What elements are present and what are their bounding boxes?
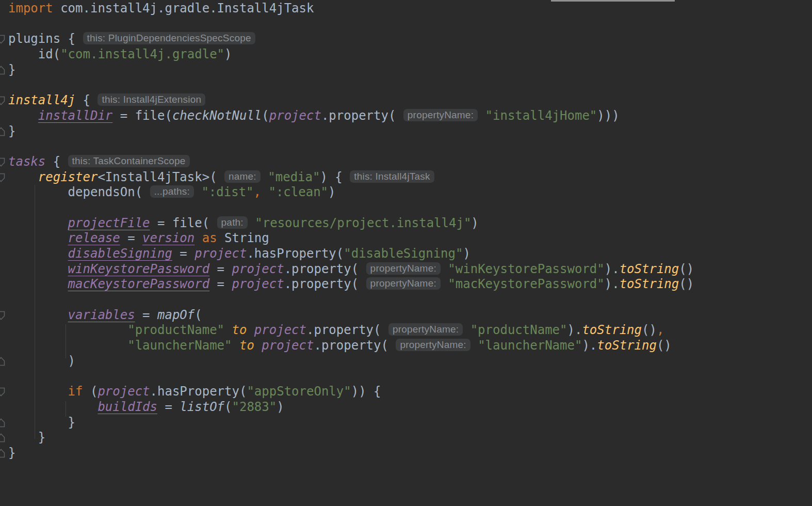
code-token: [8, 308, 68, 322]
fold-start-icon[interactable]: [0, 157, 6, 167]
code-line: [0, 292, 812, 308]
string-token: "appStoreOnly": [247, 384, 351, 399]
inlay-hint[interactable]: propertyName:: [403, 109, 478, 121]
code-token: =: [172, 246, 194, 261]
inlay-hint[interactable]: this: PluginDependenciesSpecScope: [83, 32, 255, 44]
function-call-token: install4j: [8, 93, 75, 107]
function-call-token: toString: [620, 262, 679, 276]
property-token: disableSigning: [68, 246, 172, 261]
inlay-hint[interactable]: this: Install4jTask: [350, 170, 434, 183]
code-token: = file(: [112, 108, 172, 123]
inlay-hint[interactable]: propertyName:: [388, 323, 463, 336]
code-token: [8, 231, 68, 245]
fold-end-icon[interactable]: [0, 65, 6, 75]
code-line: variables = mapOf(: [0, 308, 812, 323]
property-token: release: [68, 231, 120, 245]
receiver-token: project: [262, 338, 314, 353]
code-token: [8, 216, 68, 230]
fold-end-icon[interactable]: [0, 448, 6, 458]
fold-start-icon[interactable]: [0, 172, 6, 183]
inlay-hint[interactable]: propertyName:: [366, 262, 441, 275]
inlay-hint[interactable]: ...paths:: [150, 185, 194, 198]
code-line: "launcherName" to project.property( prop…: [0, 338, 812, 354]
code-token: = file(: [150, 216, 217, 230]
string-token: "com.install4j.gradle": [60, 47, 224, 61]
receiver-token: project: [98, 384, 150, 399]
code-token: (: [224, 400, 232, 414]
code-line: installDir = file(checkNotNull(project.p…: [0, 108, 812, 124]
code-token: (): [679, 277, 694, 291]
string-token: "winKeystorePassword": [448, 262, 604, 276]
code-token: ).: [605, 277, 620, 291]
code-token: .property(: [284, 277, 366, 291]
code-line: if (project.hasProperty("appStoreOnly"))…: [0, 384, 812, 400]
code-token: String: [217, 231, 269, 245]
fold-end-icon[interactable]: [0, 418, 6, 428]
code-token: [261, 185, 268, 199]
inlay-hint[interactable]: propertyName:: [396, 339, 470, 351]
code-token: com.install4j.gradle.Install4jTask: [53, 1, 314, 15]
code-token: ): [224, 47, 232, 61]
string-token: ":clean": [268, 185, 328, 199]
property-token: projectFile: [68, 216, 150, 230]
code-token: .property(: [284, 262, 366, 276]
string-token: "install4jHome": [485, 108, 597, 123]
code-token: ).: [605, 262, 620, 276]
fold-end-icon[interactable]: [0, 356, 6, 367]
code-token: .hasProperty(: [247, 246, 344, 261]
function-call-token: checkNotNull: [172, 108, 262, 123]
receiver-token: tasks: [8, 154, 45, 169]
code-token: <Install4jTask>(: [98, 170, 224, 184]
function-call-token: toString: [597, 338, 657, 353]
code-editor[interactable]: import com.install4j.gradle.Install4jTas…: [0, 0, 812, 506]
code-line: import com.install4j.gradle.Install4jTas…: [0, 1, 812, 17]
code-token: [8, 384, 68, 399]
code-token: [441, 277, 448, 291]
string-token: "launcherName": [127, 338, 232, 353]
inlay-hint[interactable]: name:: [224, 170, 261, 183]
code-token: (): [679, 262, 694, 276]
receiver-token: project: [194, 246, 247, 261]
inlay-hint[interactable]: path:: [217, 216, 248, 229]
code-token: =: [209, 277, 232, 291]
code-token: ): [8, 354, 75, 368]
fold-start-icon[interactable]: [0, 34, 6, 44]
fold-end-icon[interactable]: [0, 126, 6, 137]
code-line: winKeystorePassword = project.property( …: [0, 262, 812, 277]
inlay-hint[interactable]: this: TaskContainerScope: [68, 155, 190, 167]
code-token: .hasProperty(: [150, 384, 247, 399]
code-token: [248, 216, 255, 230]
code-token: =: [209, 262, 232, 276]
code-token: =: [120, 231, 142, 245]
fold-start-icon[interactable]: [0, 310, 6, 321]
code-token: [8, 246, 68, 261]
code-token: [478, 108, 485, 123]
string-token: "2883": [232, 400, 277, 414]
keyword-token: as: [202, 231, 217, 245]
property-token: buildIds: [98, 400, 157, 414]
infix-to-token: to: [232, 323, 247, 337]
code-line: release = version as String: [0, 231, 812, 246]
code-line: plugins { this: PluginDependenciesSpecSc…: [0, 31, 812, 47]
code-line: }: [0, 415, 812, 431]
code-token: .property(: [306, 323, 388, 337]
code-token: (): [657, 338, 672, 353]
inlay-hint[interactable]: this: Install4jExtension: [98, 93, 205, 106]
string-token: "macKeystorePassword": [448, 277, 604, 291]
receiver-token: project: [254, 323, 306, 337]
fold-start-icon[interactable]: [0, 96, 6, 106]
code-token: [8, 338, 127, 353]
fold-start-icon[interactable]: [0, 387, 6, 397]
code-token: [194, 185, 201, 199]
code-line: [0, 200, 812, 216]
code-line: }: [0, 446, 812, 461]
code-line: [0, 139, 812, 154]
keyword-token: import: [8, 1, 53, 15]
infix-to-token: to: [239, 338, 254, 353]
inlay-hint[interactable]: propertyName:: [366, 277, 441, 290]
code-token: ))): [597, 108, 619, 123]
code-line: }: [0, 124, 812, 139]
code-line: }: [0, 430, 812, 446]
fold-end-icon[interactable]: [0, 433, 6, 443]
receiver-token: project: [232, 277, 284, 291]
